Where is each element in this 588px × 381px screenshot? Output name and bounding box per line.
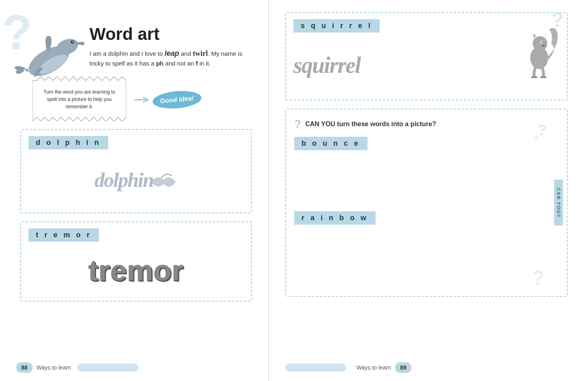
dolphin-art-display: dolphin bbox=[28, 153, 244, 206]
can-you-qmark: ? bbox=[294, 118, 301, 131]
rainbow-practice-area bbox=[294, 227, 559, 288]
footer-bar-right bbox=[285, 363, 346, 372]
left-footer-text: Ways to learn bbox=[37, 364, 71, 371]
bounce-label: b o u n c e bbox=[294, 137, 367, 150]
bounce-section: b o u n c e bbox=[294, 137, 559, 205]
decorative-qmark-can-you-2: ? bbox=[533, 134, 538, 145]
right-footer-text: Ways to learn bbox=[356, 364, 391, 371]
bounce-practice-area bbox=[294, 152, 559, 205]
tremor-label: t r e m o r bbox=[28, 228, 99, 242]
decorative-qmark-bottom: ? bbox=[532, 266, 544, 290]
dolphin-label: d o l p h i n bbox=[28, 136, 108, 149]
squirrel-box-inner: s q u i r r e l squirrel bbox=[293, 19, 519, 94]
left-page-number: 88 bbox=[16, 362, 33, 373]
squirrel-silhouette bbox=[519, 19, 560, 72]
f-text: f bbox=[196, 60, 198, 67]
svg-point-6 bbox=[533, 36, 547, 51]
rainbow-label: r a i n b o w bbox=[294, 211, 376, 225]
can-you-prompt-text: CAN YOU turn these words into a picture? bbox=[305, 120, 436, 128]
right-footer: Ways to learn 89 bbox=[269, 362, 588, 373]
squirrel-word-box: s q u i r r e l squirrel bbox=[285, 12, 568, 101]
left-footer: 88 Ways to learn bbox=[0, 362, 268, 373]
dolphin-wordart: dolphin bbox=[94, 168, 153, 192]
footer-bar-left bbox=[77, 363, 138, 372]
svg-point-3 bbox=[72, 41, 74, 42]
can-you-section: CAN YOU? ? CAN YOU turn these words into… bbox=[285, 109, 568, 297]
decorative-qmark-can-you-1: ? bbox=[538, 122, 546, 138]
ph-text: ph bbox=[156, 60, 163, 67]
speech-bubble-area: Turn the word you are learning to spell … bbox=[33, 77, 252, 123]
tremor-art-display: tremor bbox=[28, 246, 244, 295]
dolphin-word-box: d o l p h i n dolphin bbox=[20, 129, 252, 213]
squirrel-art-area: squirrel bbox=[293, 37, 519, 94]
can-you-prompt-area: ? CAN YOU turn these words into a pictur… bbox=[294, 118, 559, 131]
description: I am a dolphin and I love to leap and tw… bbox=[90, 48, 244, 68]
svg-point-8 bbox=[542, 42, 543, 43]
left-page: ? Word art I am a dolphin and I love to bbox=[0, 0, 268, 381]
rainbow-section: r a i n b o w bbox=[294, 211, 559, 288]
tremor-word-box: t r e m o r tremor bbox=[20, 221, 252, 302]
right-page: ? s q u i r r e l squirrel bbox=[269, 0, 588, 381]
dolphin-tail-art bbox=[149, 170, 178, 194]
spiky-bubble-svg: Turn the word you are learning to spell … bbox=[33, 77, 126, 121]
svg-point-10 bbox=[531, 57, 535, 61]
squirrel-wordart: squirrel bbox=[293, 52, 361, 78]
page-title: Word art bbox=[90, 24, 252, 44]
leap-text: leap bbox=[164, 49, 179, 57]
can-you-tab: CAN YOU? bbox=[554, 180, 563, 226]
right-page-number: 89 bbox=[395, 362, 411, 373]
good-idea-badge: Good idea! bbox=[152, 89, 202, 110]
svg-point-12 bbox=[540, 76, 546, 78]
arrow-good-idea: Good idea! bbox=[134, 91, 201, 108]
twirl-text: twirl bbox=[193, 49, 208, 57]
squirrel-label: s q u i r r e l bbox=[293, 19, 380, 33]
svg-point-11 bbox=[531, 76, 538, 78]
tremor-wordart: tremor bbox=[89, 254, 184, 287]
speech-bubble-text: Turn the word you are learning to spell … bbox=[38, 88, 121, 110]
